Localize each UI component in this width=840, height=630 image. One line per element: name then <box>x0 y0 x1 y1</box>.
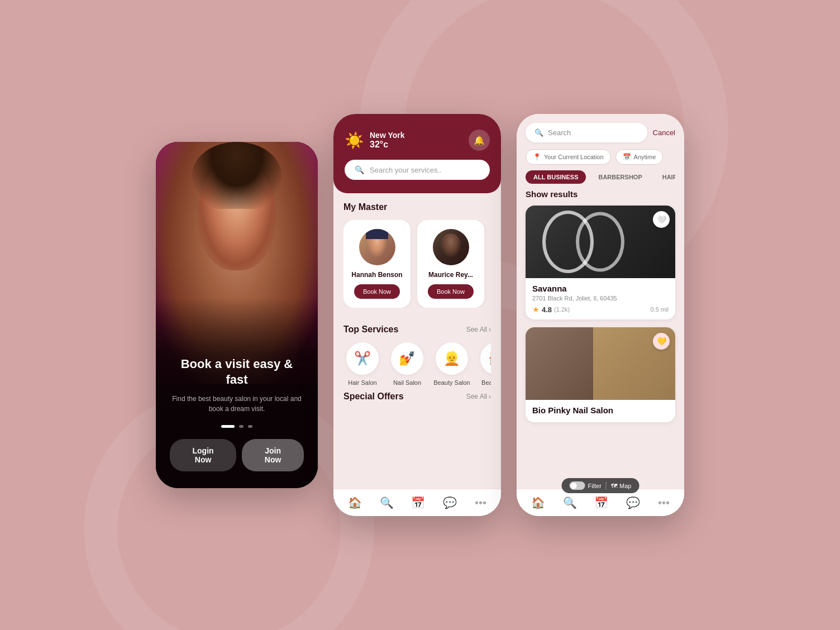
result-card-pinky[interactable]: 💛 Bio Pinky Nail Salon <box>526 327 675 422</box>
nav-search[interactable]: 🔍 <box>380 496 394 509</box>
pinky-info: Bio Pinky Nail Salon <box>526 400 675 422</box>
book-maurice-button[interactable]: Book Now <box>428 284 474 299</box>
app-header: ☀️ New York 32°c 🔔 🔍 Search your service… <box>333 114 501 193</box>
nail-salon-label: Nail Salon <box>388 379 426 386</box>
filter-label: Filter <box>588 483 602 489</box>
savanna-image: 🤍 <box>526 206 675 278</box>
beauty-salon-icon: 👱 <box>436 342 468 375</box>
hannah-name: Hannah Benson <box>351 271 403 279</box>
avatar-hannah <box>359 229 395 265</box>
dot-1 <box>221 425 235 428</box>
rating-value: 4.8 <box>542 306 552 314</box>
nav-chat[interactable]: 💬 <box>443 496 457 509</box>
masters-list: Hannah Benson Book Now Maurice Rey... Bo… <box>343 220 491 308</box>
service-nail-salon[interactable]: 💅 Nail Salon <box>388 342 426 386</box>
hair-salon-icon: ✂️ <box>346 342 379 375</box>
special-offers-section: Special Offers See All › <box>333 386 501 402</box>
savanna-name: Savanna <box>532 284 669 293</box>
tab-all-business[interactable]: ALL BUSINESS <box>526 170 586 184</box>
savanna-address: 2701 Black Rd, Joliet, Il, 60435 <box>532 295 669 302</box>
search-nav-search[interactable]: 🔍 <box>563 496 577 509</box>
search-nav-calendar[interactable]: 📅 <box>594 496 608 509</box>
notification-button[interactable]: 🔔 <box>469 130 490 151</box>
savanna-distance: 0.5 mil <box>651 306 669 313</box>
rating-count: (1.2k) <box>554 306 570 313</box>
phones-container: Book a visit easy & fast Find the best b… <box>156 114 684 516</box>
savanna-rating: ★ 4.8 (1.2k) <box>532 305 570 314</box>
tab-hair-salon[interactable]: HAIR SALON <box>655 170 675 184</box>
section-header: My Master <box>343 202 491 212</box>
hannah-photo <box>359 229 395 265</box>
pinky-image: 💛 <box>526 327 675 400</box>
nav-more[interactable]: ••• <box>475 497 486 509</box>
book-hannah-button[interactable]: Book Now <box>354 284 400 299</box>
search-nav-more[interactable]: ••• <box>658 497 670 509</box>
services-see-all[interactable]: See All › <box>466 326 491 333</box>
hair-salon-label: Hair Salon <box>343 379 381 386</box>
top-services-section: Top Services See All › ✂️ Hair Salon 💅 N… <box>333 316 501 386</box>
bottom-nav: 🏠 🔍 📅 💬 ••• <box>333 489 501 516</box>
location-filter-row: 📍 Your Current Location 📅 Anytime <box>526 149 675 165</box>
toggle-bg <box>570 481 585 490</box>
tab-barbershop[interactable]: BARBERSHOP <box>590 170 650 184</box>
offers-see-all[interactable]: See All › <box>466 393 491 400</box>
location-label: Your Current Location <box>544 154 604 160</box>
search-icon: 🔍 <box>534 128 543 137</box>
toggle-knob <box>571 483 577 489</box>
temperature: 32°c <box>370 140 405 150</box>
onboarding-content: Book a visit easy & fast Find the best b… <box>156 345 318 488</box>
service-hair-salon[interactable]: ✂️ Hair Salon <box>343 342 381 386</box>
login-button[interactable]: Login Now <box>170 439 236 471</box>
location-icon: 📍 <box>533 153 541 161</box>
search-header: 🔍 Search Cancel 📍 Your Current Location … <box>517 114 684 189</box>
time-chip[interactable]: 📅 Anytime <box>615 149 664 165</box>
search-text: Search <box>548 128 571 137</box>
result-card-savanna[interactable]: 🤍 Savanna 2701 Black Rd, Joliet, Il, 604… <box>526 206 675 319</box>
search-bottom-nav: Filter 🗺 Map 🏠 🔍 📅 💬 ••• <box>517 489 684 516</box>
join-button[interactable]: Join Now <box>242 439 304 471</box>
map-icon: 🗺 <box>611 483 617 489</box>
search-nav-home[interactable]: 🏠 <box>531 496 545 509</box>
service-beauty-salon-2[interactable]: 🏠 Beauty S... <box>478 342 491 386</box>
star-icon: ★ <box>532 305 540 314</box>
master-card-1: Hannah Benson Book Now <box>343 220 411 308</box>
calendar-icon: 📅 <box>623 153 631 161</box>
location-chip[interactable]: 📍 Your Current Location <box>526 149 611 165</box>
nav-home[interactable]: 🏠 <box>348 496 362 509</box>
app-body: My Master Hannah Benson Book Now <box>333 193 501 489</box>
savanna-info: Savanna 2701 Black Rd, Joliet, Il, 60435… <box>526 278 675 319</box>
map-label: 🗺 Map <box>611 483 631 489</box>
search-icon: 🔍 <box>355 165 364 174</box>
weather-text: New York 32°c <box>370 131 405 150</box>
service-beauty-salon[interactable]: 👱 Beauty Salon <box>433 342 471 386</box>
search-nav-chat[interactable]: 💬 <box>626 496 640 509</box>
filter-map-button[interactable]: Filter 🗺 Map <box>562 478 639 493</box>
auth-buttons: Login Now Join Now <box>170 439 304 471</box>
onboarding-title: Book a visit easy & fast <box>170 356 304 388</box>
sun-icon: ☀️ <box>345 131 364 150</box>
maurice-photo <box>433 229 469 265</box>
pinky-heart-button[interactable]: 💛 <box>653 333 670 350</box>
search-input-box[interactable]: 🔍 Search <box>526 123 647 142</box>
services-list: ✂️ Hair Salon 💅 Nail Salon 👱 Beauty Salo… <box>343 342 491 386</box>
results-body: Show results 🤍 Savanna 2701 Black Rd, Jo… <box>517 189 684 489</box>
top-services-title: Top Services <box>343 324 398 335</box>
category-tabs: ALL BUSINESS BARBERSHOP HAIR SALON MASSA… <box>526 170 675 184</box>
my-master-title: My Master <box>343 202 387 212</box>
divider <box>606 482 607 490</box>
phone-main-app: ☀️ New York 32°c 🔔 🔍 Search your service… <box>333 114 501 516</box>
search-placeholder: Search your services.. <box>370 166 442 174</box>
city-name: New York <box>370 131 405 140</box>
master-card-2: Maurice Rey... Book Now <box>417 220 484 308</box>
savanna-meta: ★ 4.8 (1.2k) 0.5 mil <box>532 305 669 314</box>
filter-toggle: Filter <box>570 481 602 490</box>
special-offers-title: Special Offers <box>343 392 404 402</box>
search-bar[interactable]: 🔍 Search your services.. <box>345 160 490 180</box>
nav-calendar[interactable]: 📅 <box>411 496 425 509</box>
dot-2 <box>239 425 244 428</box>
cancel-button[interactable]: Cancel <box>653 128 675 137</box>
savanna-heart-button[interactable]: 🤍 <box>653 211 670 228</box>
beauty-salon-2-icon: 🏠 <box>480 342 491 375</box>
pagination-dots <box>170 425 304 428</box>
weather-row: ☀️ New York 32°c 🔔 <box>345 130 490 151</box>
